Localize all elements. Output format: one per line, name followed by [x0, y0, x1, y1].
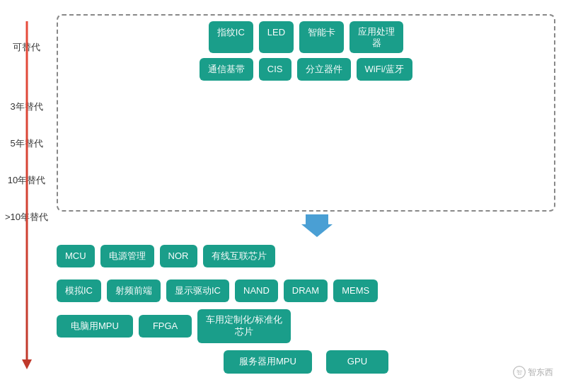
replaceable-row1: 指纹IC LED 智能卡 应用处理器 — [65, 21, 547, 53]
chip-display-driver: 显示驱动IC — [166, 279, 229, 302]
watermark: 智 智东西 — [512, 365, 553, 379]
chip-wired-chip: 有线互联芯片 — [203, 245, 275, 267]
year5-section: 模拟IC 射频前端 显示驱动IC NAND DRAM MEMS — [57, 275, 555, 306]
chip-discrete: 分立器件 — [297, 58, 351, 81]
chip-nor: NOR — [160, 245, 197, 267]
replaceable-section: 指纹IC LED 智能卡 应用处理器 通信基带 CIS 分立器件 WiFi/蓝牙 — [57, 14, 555, 212]
year10-section: 电脑用MPU FPGA 车用定制化/标准化芯片 — [57, 309, 555, 343]
chip-nand: NAND — [235, 279, 278, 302]
chip-car-custom: 车用定制化/标准化芯片 — [197, 309, 291, 343]
chip-mcu: MCU — [57, 245, 95, 267]
down-arrow-wrapper — [78, 214, 555, 237]
chip-rf-frontend: 射频前端 — [107, 279, 161, 302]
content-area: 指纹IC LED 智能卡 应用处理器 通信基带 CIS 分立器件 WiFi/蓝牙… — [53, 7, 566, 385]
main-container: 可替代 3年替代 5年替代 10年替代 >10年替代 指纹IC LED 智能卡 — [0, 0, 566, 392]
chip-wifi-bt: WiFi/蓝牙 — [357, 58, 413, 81]
axis-line — [25, 21, 28, 364]
year3-section: MCU 电源管理 NOR 有线互联芯片 — [57, 240, 555, 272]
left-axis: 可替代 3年替代 5年替代 10年替代 >10年替代 — [0, 7, 53, 385]
svg-text:智: 智 — [516, 369, 522, 376]
chip-led: LED — [259, 21, 294, 53]
replaceable-row2: 通信基带 CIS 分立器件 WiFi/蓝牙 — [65, 58, 547, 81]
year10plus-section: 服务器用MPU GPU — [57, 346, 555, 378]
arrow-head — [301, 224, 333, 237]
down-arrow-shape — [301, 214, 333, 237]
chip-app-processor: 应用处理器 — [350, 21, 403, 53]
watermark-icon: 智 — [512, 365, 526, 379]
axis-arrow — [22, 359, 32, 369]
chip-analog-ic: 模拟IC — [57, 279, 101, 302]
chip-pc-mpu: 电脑用MPU — [57, 315, 133, 338]
chip-mems: MEMS — [333, 279, 378, 302]
chip-gpu: GPU — [326, 350, 388, 373]
chip-cis: CIS — [259, 58, 291, 81]
chip-server-mpu: 服务器用MPU — [224, 350, 312, 373]
chip-fpga: FPGA — [139, 315, 192, 338]
chip-power-mgmt: 电源管理 — [100, 245, 154, 267]
chip-dram: DRAM — [284, 279, 328, 302]
watermark-text: 智东西 — [528, 367, 553, 379]
chip-fingerprint-ic: 指纹IC — [209, 21, 253, 53]
arrow-stem — [306, 214, 328, 224]
chip-comm-baseband: 通信基带 — [200, 58, 253, 81]
chip-smartcard: 智能卡 — [299, 21, 344, 53]
